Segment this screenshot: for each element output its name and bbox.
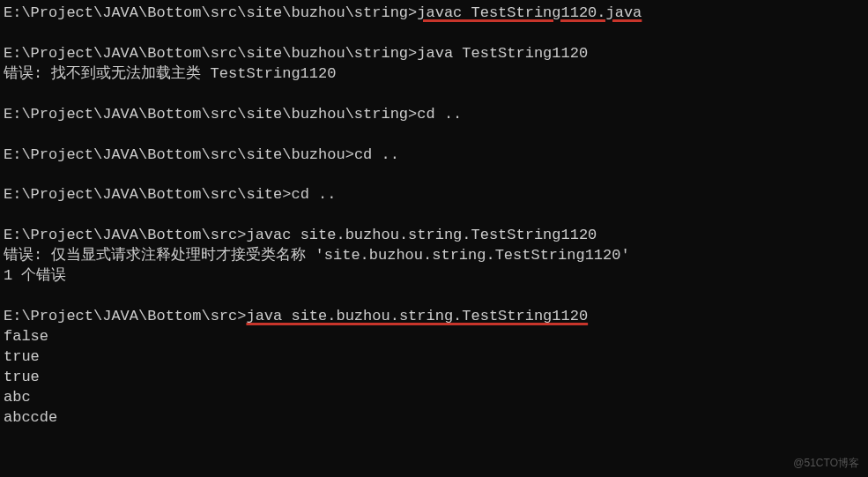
command-javac-pkg: javac site.buzhou.string.TestString1120 [246,227,597,243]
prompt: E:\Project\JAVA\Bottom\src\site\buzhou\s… [4,4,417,21]
prompt: E:\Project\JAVA\Bottom\src\site\buzhou\s… [4,106,417,123]
command-java-pkg: java site.buzhou.string.TestString1120 [246,308,588,324]
blank-line [4,24,868,44]
prompt: E:\Project\JAVA\Bottom\src> [4,308,246,324]
prompt: E:\Project\JAVA\Bottom\src\site\buzhou> [4,146,354,163]
output-error-2a: 错误: 仅当显式请求注释处理时才接受类名称 'site.buzhou.strin… [4,246,868,266]
command-cd: cd .. [417,106,462,123]
cmd-line-5: E:\Project\JAVA\Bottom\src\site>cd .. [4,185,868,205]
cmd-line-2: E:\Project\JAVA\Bottom\src\site\buzhou\s… [4,44,868,64]
watermark: @51CTO博客 [793,456,859,470]
blank-line [4,205,868,226]
command-java-short: java TestString1120 [417,45,588,62]
output-error-2b: 1 个错误 [4,266,868,287]
output-r1: false [4,327,868,347]
cmd-line-4: E:\Project\JAVA\Bottom\src\site\buzhou>c… [4,145,868,166]
blank-line [4,125,868,145]
cmd-line-7: E:\Project\JAVA\Bottom\src>java site.buz… [4,307,868,327]
blank-line [4,85,868,105]
prompt: E:\Project\JAVA\Bottom\src\site> [4,186,291,203]
output-r4: abc [4,388,868,408]
blank-line [4,287,868,307]
output-r3: true [4,368,868,388]
prompt: E:\Project\JAVA\Bottom\src> [4,227,246,243]
command-javac: javac TestString1120.java [417,4,642,21]
command-cd: cd .. [354,146,399,163]
command-cd: cd .. [291,186,336,203]
cmd-line-6: E:\Project\JAVA\Bottom\src>javac site.bu… [4,226,868,246]
output-r5: abccde [4,408,868,429]
cmd-line-1: E:\Project\JAVA\Bottom\src\site\buzhou\s… [4,4,868,24]
cmd-line-3: E:\Project\JAVA\Bottom\src\site\buzhou\s… [4,105,868,125]
output-error-1: 错误: 找不到或无法加载主类 TestString1120 [4,64,868,85]
prompt: E:\Project\JAVA\Bottom\src\site\buzhou\s… [4,45,417,62]
output-r2: true [4,347,868,368]
blank-line [4,166,868,186]
